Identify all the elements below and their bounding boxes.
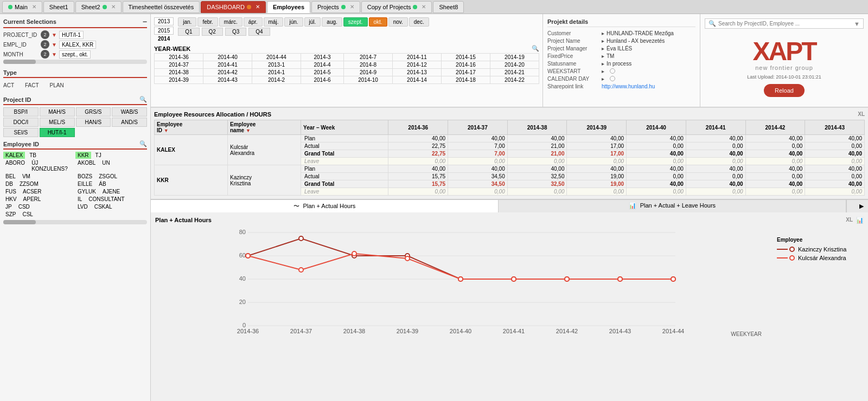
week-cell[interactable]: 2014-2 [252,76,301,84]
chart-tab-plan-actual-leave[interactable]: 📊 Plan + Actual + Leave Hours [499,200,846,212]
emp-id-akobl[interactable]: AKOBL [75,159,98,172]
week-cell[interactable]: 2014-10 [343,76,392,84]
emp-id-il[interactable]: IL [75,196,84,203]
week-cell[interactable]: 2014-4 [301,61,343,69]
search-icon-employee[interactable]: 🔍 [139,140,147,147]
month-aug[interactable]: aug. [322,17,342,27]
week-cell[interactable]: 2014-16 [441,61,490,69]
quarter-q2[interactable]: Q2 [202,28,223,36]
emp-id-kkr[interactable]: KKR [75,152,91,159]
week-cell[interactable]: 2014-42 [203,69,252,76]
week-cell[interactable]: 2014-44 [252,54,301,61]
type-plan[interactable]: PLAN [50,82,64,88]
year-2015[interactable]: 2015 [154,27,174,35]
filter-arrow-project-id[interactable]: ▼ [52,32,57,38]
tab-timesheettel[interactable]: Timesheettel összevetés [123,1,200,13]
tab-close-sheet2[interactable]: ✕ [111,4,116,10]
emp-id-hkv[interactable]: HKV [3,196,19,203]
week-cell[interactable]: 2014-41 [203,61,252,69]
tab-dashboard[interactable]: DASHBOARD ✕ [201,1,266,13]
week-cell[interactable]: 2014-5 [301,69,343,76]
week-cell[interactable]: 2014-39 [155,76,203,84]
tab-close-main[interactable]: ✕ [32,4,36,10]
tab-projects[interactable]: Projects ✕ [311,1,360,13]
type-fact[interactable]: FACT [25,82,39,88]
tab-sheet8[interactable]: Sheet8 [433,1,464,13]
week-cell[interactable]: 2014-12 [392,61,441,69]
week-cell[interactable]: 2014-9 [343,69,392,76]
search-input[interactable] [718,21,852,27]
month-febr[interactable]: febr. [197,17,218,27]
proj-item-mel[interactable]: MEL/S [40,118,75,127]
quarter-q1[interactable]: Q1 [178,28,199,36]
week-cell[interactable]: 2014-22 [490,76,539,84]
week-cell[interactable]: 2014-17 [441,69,490,76]
tab-close-projects[interactable]: ✕ [350,4,354,10]
emp-id-fus[interactable]: FUS [3,188,18,195]
tab-copy-projects[interactable]: Copy of Projects ✕ [361,1,432,13]
reload-button[interactable]: Reload [764,84,805,97]
week-cell[interactable]: 2014-14 [392,76,441,84]
year-2013[interactable]: 2013 [154,17,174,25]
proj-item-han[interactable]: HAN/S [76,118,111,127]
week-cell[interactable]: 2014-18 [441,76,490,84]
filter-icon-emp-id[interactable]: ▼ [164,128,169,133]
employee-scrollbar[interactable] [3,220,147,224]
month-szept[interactable]: szept. [343,17,368,27]
selections-scrollbar[interactable] [3,60,147,64]
month-jun[interactable]: jún. [284,17,303,27]
week-cell[interactable]: 2014-6 [301,76,343,84]
week-cell[interactable]: 2014-43 [203,76,252,84]
tab-close-dashboard[interactable]: ✕ [256,4,260,10]
search-dropdown-icon[interactable]: ▼ [854,21,860,27]
quarter-q4[interactable]: Q4 [248,28,270,36]
tab-sheet1[interactable]: Sheet1 [43,1,74,13]
proj-value-sharepoint[interactable]: http://www.hunland.hu [602,83,655,89]
proj-item-mah[interactable]: MAH/S [40,107,75,117]
search-icon-week[interactable]: 🔍 [532,45,539,52]
tab-main[interactable]: Main ✕ [2,1,42,13]
month-nov[interactable]: nov. [388,17,408,27]
proj-item-sei[interactable]: SEI/S [3,128,39,137]
tab-sheet2[interactable]: Sheet2 ✕ [75,1,122,13]
filter-arrow-empl-id[interactable]: ▼ [52,42,57,48]
month-okt[interactable]: okt. [369,17,387,27]
week-cell[interactable]: 2014-1 [252,69,301,76]
month-jul[interactable]: júl. [304,17,321,27]
minimize-button[interactable]: − [143,17,147,26]
week-cell[interactable]: 2014-15 [441,54,490,61]
filter-icon-emp-name[interactable]: ▼ [246,128,251,133]
emp-id-gyluk[interactable]: GYLUK [75,188,98,195]
emp-id-bel[interactable]: BEL [3,173,18,180]
chart-tab-plan-actual[interactable]: 〜 Plan + Actual Hours [151,200,499,212]
month-maj[interactable]: máj. [264,17,284,27]
week-cell[interactable]: 2014-36 [155,54,203,61]
emp-id-jp[interactable]: JP [3,203,14,210]
emp-id-lvd[interactable]: LVD [75,203,90,210]
month-marc[interactable]: márc. [219,17,242,27]
chart-expand-icon[interactable]: 📊 [856,217,864,224]
month-jan[interactable]: jan. [178,17,196,27]
week-cell[interactable]: 2014-38 [155,69,203,76]
xl-button-alloc[interactable]: XL [858,111,865,118]
week-cell[interactable]: 2014-37 [155,61,203,69]
proj-item-grs[interactable]: GRS/S [76,107,111,117]
chart-tab-scroll-right[interactable]: ▶ [846,200,868,212]
proj-item-doc[interactable]: DOC/I [3,118,39,127]
week-cell[interactable]: 2014-13 [392,69,441,76]
week-cell[interactable]: 2014-8 [343,61,392,69]
proj-item-and[interactable]: AND/S [112,118,147,127]
proj-item-hut[interactable]: HUT/I-1 [40,128,75,137]
proj-item-wab[interactable]: WAB/S [112,107,147,117]
tab-close-copy-projects[interactable]: ✕ [422,4,426,10]
week-cell[interactable]: 2014-19 [490,54,539,61]
emp-id-db[interactable]: DB [3,180,15,187]
quarter-q3[interactable]: Q3 [225,28,246,36]
emp-id-eille[interactable]: EILLE [75,180,94,187]
search-icon-project[interactable]: 🔍 [139,96,147,103]
month-apr[interactable]: ápr. [244,17,263,27]
week-cell[interactable]: 2014-40 [203,54,252,61]
week-cell[interactable]: 2013-1 [252,61,301,69]
emp-id-bozs[interactable]: BOZS [75,173,94,180]
tab-employees[interactable]: Employees [267,1,310,13]
